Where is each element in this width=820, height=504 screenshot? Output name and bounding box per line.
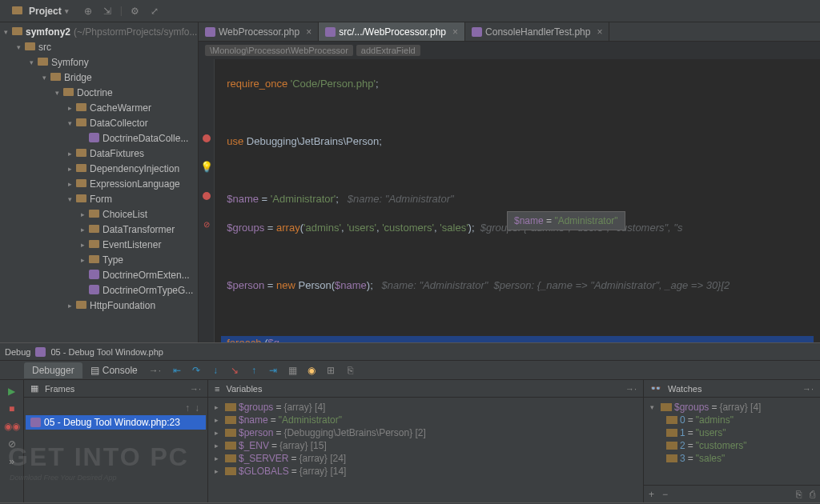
project-tree[interactable]: ▾ symfony2 (~/PhpstormProjects/symfo... …: [0, 22, 199, 342]
tree-item[interactable]: ▾Form: [0, 191, 198, 206]
tree-root[interactable]: ▾ symfony2 (~/PhpstormProjects/symfo...: [0, 24, 198, 39]
close-icon[interactable]: ×: [306, 26, 312, 38]
tree-item[interactable]: DoctrineDataColle...: [0, 130, 198, 146]
frame-row[interactable]: 05 - Debug Tool Window.php:23: [26, 415, 206, 430]
close-icon[interactable]: ×: [597, 26, 602, 38]
step-into-icon[interactable]: ↓: [209, 364, 222, 377]
variable-row[interactable]: ▸ $_SERVER = {array} [24]: [210, 452, 641, 465]
frame-up-icon[interactable]: ↑: [185, 402, 190, 414]
tree-item[interactable]: DoctrineOrmTypeG...: [0, 282, 198, 298]
editor-tab[interactable]: src/.../WebProcessor.php×: [319, 22, 465, 41]
project-label: Project: [29, 6, 62, 17]
tab-debugger[interactable]: Debugger: [24, 362, 82, 378]
add-watch-icon[interactable]: +: [649, 489, 654, 500]
tree-item[interactable]: ▾Symfony: [0, 54, 198, 70]
hide-icon[interactable]: →·: [190, 384, 201, 394]
more-icon[interactable]: »: [6, 455, 18, 468]
editor-tabs: WebProcessor.php×src/.../WebProcessor.ph…: [199, 22, 820, 42]
code-line: $person = new Person($name); $name: "Adm…: [221, 278, 814, 293]
project-toolbar: Project ▾ ⊕ ⇲ | ⚙ ⤢: [0, 0, 820, 22]
project-dropdown[interactable]: Project ▾: [3, 6, 75, 17]
error-icon[interactable]: ⊘: [199, 218, 214, 232]
breadcrumb[interactable]: \Monolog\Processor\WebProcessor addExtra…: [199, 42, 820, 59]
force-step-icon[interactable]: ↘: [228, 364, 241, 377]
settings-icon[interactable]: ⊞: [324, 364, 337, 377]
debug-tabs: Debugger ▤Console →· ⇤ ↷ ↓ ↘ ↑ ⇥ ▦ ◉ ⊞ ⎘: [0, 361, 820, 380]
variable-row[interactable]: ▸ $groups = {array} [4]: [210, 401, 641, 414]
tree-item[interactable]: ▾Doctrine: [0, 85, 198, 100]
code-line: $name = 'Administrator'; $name: "Adminis…: [221, 192, 814, 206]
variable-row[interactable]: ▸ $person = {Debugging\JetBrains\Person}…: [210, 426, 641, 439]
tree-item[interactable]: ▸ExpressionLanguage: [0, 176, 198, 191]
bulb-icon[interactable]: 💡: [199, 160, 214, 174]
debug-title-prefix: Debug: [5, 347, 30, 357]
editor-tab[interactable]: ConsoleHandlerTest.php×: [465, 22, 609, 41]
debug-side-toolbar: ▶ ■ ◉◉ ⊘ »: [0, 380, 24, 502]
pin-icon[interactable]: ⎘: [344, 364, 356, 377]
frames-header: Frames: [45, 384, 74, 394]
remove-watch-icon[interactable]: −: [662, 489, 668, 500]
duplicate-icon[interactable]: ⎘: [796, 489, 802, 500]
watch-item[interactable]: 0 = "admins": [645, 414, 818, 426]
watch-root[interactable]: ▾ $groups = {array} [4]: [645, 401, 818, 414]
tree-item[interactable]: DoctrineOrmExten...: [0, 267, 198, 282]
frame-down-icon[interactable]: ↓: [195, 402, 199, 414]
php-icon: [30, 418, 41, 427]
evaluate-icon[interactable]: ▦: [286, 364, 299, 377]
step-out-icon[interactable]: ↑: [247, 364, 260, 377]
breakpoint-icon[interactable]: [199, 189, 214, 203]
target-icon[interactable]: ⊕: [82, 5, 94, 18]
code-line: require_once 'Code/Person.php';: [221, 77, 814, 91]
gear-icon[interactable]: ⚙: [129, 5, 142, 18]
watch-item[interactable]: 1 = "users": [645, 426, 818, 439]
watch-icon[interactable]: ◉: [305, 364, 318, 377]
step-icon[interactable]: ⇤: [171, 364, 183, 377]
variables-panel: ≡ Variables →· ▸ $groups = {array} [4]▸ …: [208, 380, 644, 502]
stop-icon[interactable]: ■: [6, 402, 18, 415]
tree-item[interactable]: ▸ChoiceList: [0, 206, 198, 222]
watch-item[interactable]: 3 = "sales": [645, 452, 818, 465]
gutter[interactable]: 💡 ⊘: [199, 59, 215, 342]
editor: WebProcessor.php×src/.../WebProcessor.ph…: [199, 22, 820, 342]
tree-item[interactable]: ▸HttpFoundation: [0, 298, 198, 313]
tree-item[interactable]: ▸DependencyInjection: [0, 161, 198, 176]
collapse-icon[interactable]: ⇲: [101, 5, 114, 18]
breadcrumb-method[interactable]: addExtraField: [356, 45, 420, 56]
tree-item[interactable]: ▸Type: [0, 252, 198, 267]
code-line: [221, 250, 814, 264]
tree-item[interactable]: ▸DataFixtures: [0, 146, 198, 161]
close-icon[interactable]: ×: [452, 26, 458, 38]
variable-row[interactable]: ▸ $name = "Administrator": [210, 414, 641, 426]
tree-item[interactable]: ▸CacheWarmer: [0, 100, 198, 115]
tab-console[interactable]: ▤Console: [82, 362, 146, 378]
tree-item[interactable]: ▾src: [0, 39, 198, 54]
variable-row[interactable]: ▸ $GLOBALS = {array} [14]: [210, 465, 641, 478]
tree-item[interactable]: ▸DataTransformer: [0, 222, 198, 237]
frames-panel: ▦ Frames →· ↑ ↓ 05 - Debug Tool Window.p…: [24, 380, 208, 502]
watches-header: Watches: [668, 384, 701, 394]
view-breakpoints-icon[interactable]: ◉◉: [6, 420, 18, 433]
variables-header: Variables: [226, 384, 262, 394]
copy-icon[interactable]: ⎙: [810, 489, 815, 500]
hide-icon[interactable]: →·: [625, 384, 637, 394]
variable-row[interactable]: ▸ $_ENV = {array} [15]: [210, 439, 641, 452]
run-to-cursor-icon[interactable]: ⇥: [267, 364, 279, 377]
tree-item[interactable]: ▾DataCollector: [0, 115, 198, 130]
breakpoint-icon[interactable]: [199, 131, 214, 146]
breadcrumb-path[interactable]: \Monolog\Processor\WebProcessor: [205, 45, 353, 56]
code-line: [221, 163, 814, 178]
code-editor[interactable]: 💡 ⊘ require_once 'Code/Person.php'; use …: [199, 59, 820, 342]
tree-item[interactable]: ▸EventListener: [0, 237, 198, 252]
hide-icon[interactable]: →·: [802, 384, 814, 394]
resume-icon[interactable]: ▶: [6, 385, 18, 398]
hide-icon[interactable]: ⤢: [148, 5, 161, 18]
watch-item[interactable]: 2 = "customers": [645, 439, 818, 452]
debug-tool-window: Debug 05 - Debug Tool Window.php Debugge…: [0, 342, 820, 502]
watches-toolbar: + − ⎘ ⎙: [644, 485, 820, 502]
step-over-icon[interactable]: ↷: [190, 364, 203, 377]
tree-item[interactable]: ▾Bridge: [0, 70, 198, 85]
editor-tab[interactable]: WebProcessor.php×: [199, 22, 319, 41]
code-line: [221, 106, 814, 120]
mute-breakpoints-icon[interactable]: ⊘: [6, 438, 18, 450]
tree-root-label: symfony2: [26, 26, 70, 38]
